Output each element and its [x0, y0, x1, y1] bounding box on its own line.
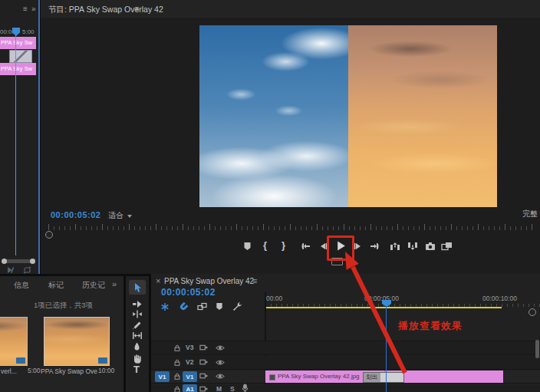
v3-lock-icon[interactable]: [173, 344, 181, 352]
strip-loop-icon[interactable]: [23, 266, 31, 274]
program-video-left-blue-sky: [199, 25, 348, 207]
extract-button[interactable]: [407, 242, 418, 251]
tab-history[interactable]: 历史记: [82, 280, 108, 291]
v1-eye-icon[interactable]: [216, 373, 225, 380]
project-item-2-badge: [98, 357, 107, 364]
a1-solo-button[interactable]: S: [230, 385, 235, 392]
resolution-dropdown[interactable]: 完整: [522, 209, 538, 219]
comparison-view-button[interactable]: [441, 242, 453, 251]
strip-clip-2[interactable]: PPA Sky Sw: [0, 63, 36, 75]
timeline-playhead-line[interactable]: [386, 307, 387, 392]
tab-info[interactable]: 信息: [14, 280, 29, 291]
clip1-fx-icon: [269, 374, 275, 380]
program-scrub-ruler-major: [48, 224, 535, 230]
strip-playhead-line[interactable]: [15, 35, 16, 255]
snap-magnet-icon[interactable]: [179, 302, 188, 311]
left-timeline-strip: ≡ » 00:00 5:00 PPA Sky Sw PPA Sky Sw: [0, 0, 40, 274]
nest-sequence-icon[interactable]: [160, 302, 170, 311]
strip-clip-2-label: PPA Sky Sw: [0, 63, 36, 75]
program-tab-label[interactable]: 节目: PPA Sky Swap Overlay 42: [48, 5, 163, 15]
v2-lock-icon[interactable]: [173, 358, 181, 367]
v1-track-badge[interactable]: V1: [183, 371, 197, 382]
timeline-settings-wrench-icon[interactable]: [232, 301, 242, 311]
zoom-level-value: 适合: [108, 211, 123, 219]
program-tab-bar: 节目: PPA Sky Swap Overlay 42 ≡: [41, 0, 540, 18]
v2-eye-icon[interactable]: [216, 359, 225, 366]
add-marker-button[interactable]: [243, 242, 252, 251]
zoom-level-dropdown[interactable]: 适合: [108, 210, 132, 221]
go-to-in-button[interactable]: [300, 242, 311, 251]
strip-clip-1[interactable]: PPA Sky Sw: [0, 37, 36, 49]
v1-sync-lock-icon[interactable]: [199, 372, 208, 380]
a1-track-badge[interactable]: A1: [183, 384, 197, 392]
strip-scroll-handle-left[interactable]: [2, 259, 7, 264]
project-item-1-duration: 5:00: [28, 367, 41, 374]
tools-panel: T: [126, 276, 149, 392]
track-v3-row: [151, 341, 540, 354]
program-video-frame: [199, 25, 497, 207]
a1-mic-icon[interactable]: [242, 384, 249, 392]
selection-tool[interactable]: [129, 280, 146, 295]
tab-markers[interactable]: 标记: [48, 280, 64, 291]
timeline-tab-label[interactable]: PPA Sky Swap Overlay 42: [164, 277, 254, 285]
source-patch-v1-badge[interactable]: V1: [155, 371, 170, 382]
export-frame-camera-button[interactable]: [425, 242, 436, 251]
go-to-out-button[interactable]: [370, 242, 380, 251]
panel-menu-icon[interactable]: ≡: [23, 5, 28, 13]
hand-tool[interactable]: [132, 354, 142, 364]
timeline-panel-menu-icon[interactable]: ≡: [252, 276, 257, 285]
transition-clip[interactable]: 划出: [363, 372, 404, 383]
v3-sync-lock-icon[interactable]: [199, 344, 208, 351]
pen-tool[interactable]: [133, 342, 141, 352]
program-panel-menu-icon[interactable]: ≡: [134, 4, 139, 13]
program-playhead-knob[interactable]: [45, 231, 53, 239]
project-overflow-icon[interactable]: »: [112, 279, 117, 288]
annotation-highlight-box: [327, 236, 354, 261]
panel-overflow-icon[interactable]: »: [31, 5, 36, 13]
transition-label: 划出: [364, 373, 380, 382]
v3-eye-icon[interactable]: [216, 344, 225, 351]
resolution-value: 完整: [522, 209, 538, 218]
mark-out-button[interactable]: }: [282, 239, 285, 251]
timeline-timecode[interactable]: 00:00:05:02: [161, 287, 216, 298]
ruler-label-10s: 00:00:10:00: [482, 295, 517, 302]
mark-in-button[interactable]: {: [263, 239, 267, 251]
strip-play-icon[interactable]: [6, 266, 14, 274]
project-panel: 信息 标记 历史记 » 1项已选择，共3项 verl... 5:00 PPA S…: [0, 276, 123, 392]
razor-tool[interactable]: [132, 321, 142, 330]
project-item-1-badge: [16, 357, 25, 364]
timeline-scroll-handle[interactable]: [528, 308, 536, 316]
timeline-vertical-scrollbar[interactable]: [535, 340, 539, 358]
slip-tool[interactable]: [132, 331, 143, 340]
clip1-label[interactable]: PPA Sky Swap Overlay 42.jpg: [278, 373, 360, 380]
v2-track-label[interactable]: V2: [186, 358, 193, 366]
strip-transition[interactable]: [9, 50, 32, 63]
track-select-forward-tool[interactable]: [132, 300, 143, 308]
project-item-1-thumbnail[interactable]: [0, 317, 28, 366]
project-item-1-name[interactable]: verl...: [1, 367, 17, 375]
a1-lock-icon[interactable]: [173, 385, 181, 392]
chevron-down-icon: [127, 215, 132, 218]
project-item-2-name[interactable]: PPA Sky Swap Over...: [41, 367, 97, 375]
timeline-add-marker-icon[interactable]: [216, 302, 223, 311]
lift-button[interactable]: [390, 242, 400, 251]
ripple-edit-tool[interactable]: [132, 310, 143, 318]
timeline-panel: × PPA Sky Swap Overlay 42 ≡ 00:00:05:02 …: [151, 274, 540, 392]
program-video-right-sunset-sky: [348, 25, 497, 207]
v2-sync-lock-icon[interactable]: [199, 358, 208, 366]
selection-status: 1项已选择，共3项: [34, 301, 93, 311]
v3-track-label[interactable]: V3: [186, 344, 193, 351]
type-tool[interactable]: T: [133, 364, 140, 375]
a1-mute-button[interactable]: M: [216, 385, 222, 392]
strip-scroll-handle-right[interactable]: [30, 259, 35, 264]
strip-ruler-end-label: 5:00: [22, 28, 35, 35]
project-item-2-thumbnail[interactable]: [44, 317, 110, 366]
track-v2-row: [151, 356, 540, 369]
a1-sync-lock-icon[interactable]: [199, 385, 208, 392]
v1-lock-icon[interactable]: [173, 372, 181, 380]
linked-selection-icon[interactable]: [197, 302, 207, 311]
ruler-label-5s: 00:00:05:00: [364, 295, 399, 302]
timeline-tab-close-icon[interactable]: ×: [156, 276, 160, 285]
work-area-bar[interactable]: [265, 307, 502, 308]
program-timecode[interactable]: 00:00:05:02: [51, 210, 100, 219]
